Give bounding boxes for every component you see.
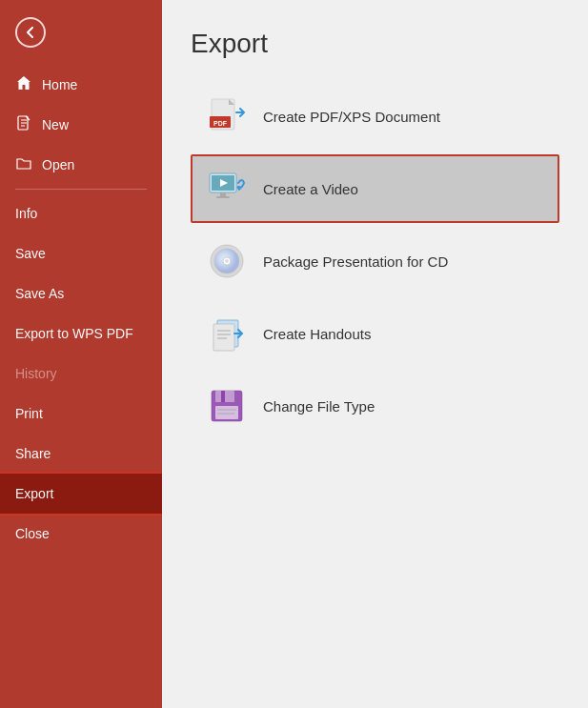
main-content: Export PDF Create PDF/XPS Document — [162, 0, 588, 708]
sidebar-item-home[interactable]: Home — [0, 65, 162, 105]
cd-icon — [206, 240, 248, 282]
sidebar-item-saveas-label: Save As — [15, 286, 64, 301]
sidebar-item-open-label: Open — [42, 157, 74, 172]
sidebar: Home New Open Info Save Save As Export t… — [0, 0, 162, 708]
sidebar-item-save[interactable]: Save — [0, 233, 162, 273]
sidebar-item-close[interactable]: Close — [0, 514, 162, 554]
export-item-pdf[interactable]: PDF Create PDF/XPS Document — [191, 82, 559, 151]
export-item-filetype-label: Change File Type — [263, 398, 375, 415]
sidebar-item-home-label: Home — [42, 77, 77, 92]
video-icon — [206, 168, 248, 210]
export-item-filetype[interactable]: Change File Type — [191, 372, 559, 440]
sidebar-item-exportwps-label: Export to WPS PDF — [15, 326, 133, 341]
sidebar-item-saveas[interactable]: Save As — [0, 273, 162, 314]
export-item-handouts-label: Create Handouts — [263, 326, 371, 342]
filetype-icon — [206, 385, 248, 427]
svg-rect-21 — [215, 406, 238, 419]
sidebar-item-open[interactable]: Open — [0, 145, 162, 185]
sidebar-item-share[interactable]: Share — [0, 434, 162, 474]
new-icon — [15, 115, 32, 134]
svg-point-12 — [225, 259, 229, 263]
handouts-icon — [206, 313, 248, 354]
sidebar-item-print-label: Print — [15, 406, 43, 421]
sidebar-item-new-label: New — [42, 117, 69, 132]
sidebar-item-print[interactable]: Print — [0, 394, 162, 434]
sidebar-item-exportwps[interactable]: Export to WPS PDF — [0, 314, 162, 354]
sidebar-item-history: History — [0, 354, 162, 394]
svg-rect-20 — [221, 391, 225, 402]
sidebar-item-export-label: Export — [15, 486, 53, 501]
svg-text:PDF: PDF — [213, 120, 228, 127]
export-item-video[interactable]: Create a Video — [191, 154, 559, 223]
sidebar-item-new[interactable]: New — [0, 105, 162, 145]
svg-rect-7 — [220, 192, 226, 196]
export-item-pdf-label: Create PDF/XPS Document — [263, 109, 440, 125]
open-icon — [15, 155, 32, 174]
svg-rect-8 — [216, 196, 230, 198]
back-arrow-icon — [15, 17, 46, 48]
sidebar-item-save-label: Save — [15, 246, 46, 261]
sidebar-item-share-label: Share — [15, 446, 51, 461]
page-title: Export — [191, 29, 559, 59]
sidebar-item-close-label: Close — [15, 526, 50, 541]
sidebar-item-info-label: Info — [15, 206, 37, 221]
svg-rect-14 — [213, 324, 234, 351]
sidebar-item-info[interactable]: Info — [0, 193, 162, 233]
sidebar-divider-1 — [15, 189, 147, 190]
export-item-cd[interactable]: Package Presentation for CD — [191, 227, 559, 295]
export-item-cd-label: Package Presentation for CD — [263, 253, 448, 270]
home-icon — [15, 75, 32, 94]
sidebar-item-history-label: History — [15, 366, 57, 381]
sidebar-item-export[interactable]: Export — [0, 474, 162, 514]
back-button[interactable] — [0, 0, 162, 65]
export-item-video-label: Create a Video — [263, 181, 358, 197]
pdf-icon: PDF — [206, 95, 248, 137]
export-item-handouts[interactable]: Create Handouts — [191, 299, 559, 368]
